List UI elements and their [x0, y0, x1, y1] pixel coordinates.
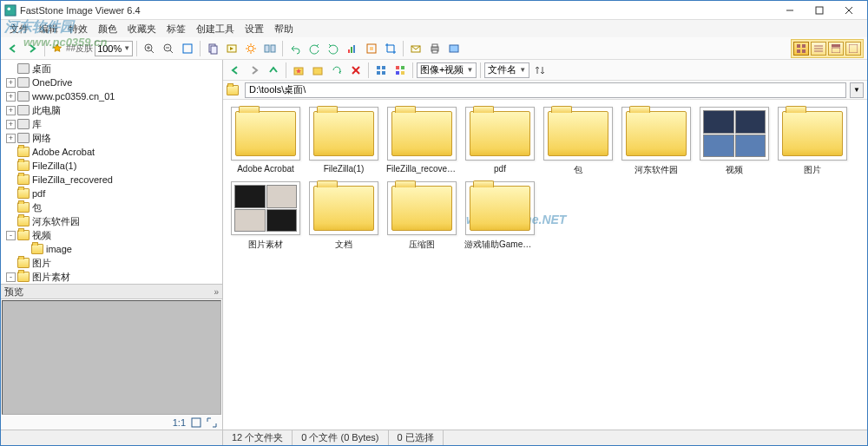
menu-0[interactable]: 文件	[4, 21, 34, 37]
tree-node[interactable]: pdf	[3, 187, 220, 200]
view-list-button[interactable]	[811, 42, 826, 56]
thumb-item[interactable]: 河东软件园	[621, 107, 692, 176]
email-button[interactable]	[407, 40, 424, 57]
favorites-button[interactable]	[49, 40, 66, 57]
tree-node[interactable]: FileZilla(1)	[3, 159, 220, 173]
expander-icon[interactable]: +	[6, 106, 16, 115]
settings-button[interactable]	[242, 40, 260, 57]
compare-button[interactable]	[261, 40, 279, 57]
nav-up-button[interactable]	[265, 62, 282, 79]
select-all-button[interactable]	[372, 62, 390, 79]
sort-dir-button[interactable]	[531, 62, 549, 79]
crop-button[interactable]	[382, 40, 399, 57]
menu-5[interactable]: 标签	[161, 21, 191, 37]
tree-node[interactable]: FileZilla_recovered	[3, 173, 220, 187]
menu-6[interactable]: 创建工具	[191, 21, 240, 37]
menu-8[interactable]: 帮助	[269, 21, 299, 37]
fit-button[interactable]	[179, 40, 196, 57]
expander-icon[interactable]: +	[6, 134, 16, 143]
thumb-item[interactable]: 图片素材	[230, 181, 301, 251]
histogram-button[interactable]	[344, 40, 361, 57]
thumb-item[interactable]: 压缩图	[386, 181, 457, 251]
print-button[interactable]	[426, 40, 444, 57]
view-full-button[interactable]	[845, 42, 861, 56]
fav-folder-button[interactable]	[290, 62, 307, 79]
thumb-item[interactable]: 图片	[777, 107, 848, 176]
thumb-item[interactable]: 包	[542, 107, 614, 176]
tree-node[interactable]: 桌面	[3, 62, 220, 75]
view-thumb-button[interactable]	[793, 42, 809, 56]
sub-toolbar: 图像+视频▼ 文件名▼	[223, 60, 867, 81]
back-button[interactable]	[4, 40, 22, 57]
main-toolbar: ##皮肤 100%▼	[1, 37, 867, 60]
preview-header[interactable]: 预览»	[1, 284, 222, 299]
path-dropdown-button[interactable]: ▼	[850, 82, 864, 98]
scan-button[interactable]	[445, 40, 463, 57]
thumb-label: 河东软件园	[621, 164, 692, 176]
statusbar: 12 个文件夹 0 个文件 (0 Bytes) 0 已选择	[1, 430, 867, 445]
zoom-out-button[interactable]	[160, 40, 177, 57]
thumb-item[interactable]: 文档	[308, 181, 379, 251]
delete-button[interactable]	[347, 62, 365, 79]
undo-button[interactable]	[286, 40, 304, 57]
sort-combo[interactable]: 文件名▼	[484, 62, 529, 78]
folder-tree[interactable]: 桌面+OneDrive+www.pc0359.cn_01+此电脑+库+网络Ado…	[1, 60, 222, 284]
tree-node[interactable]: 图片	[3, 256, 220, 270]
expander-icon[interactable]: -	[6, 231, 16, 240]
maximize-button[interactable]	[805, 2, 834, 19]
svg-rect-31	[797, 49, 800, 53]
filter-combo[interactable]: 图像+视频▼	[417, 62, 477, 78]
menu-4[interactable]: 收藏夹	[122, 21, 161, 37]
tree-node[interactable]: +库	[3, 117, 220, 131]
tree-node[interactable]: Adobe Acrobat	[3, 145, 220, 159]
expander-icon[interactable]: +	[6, 92, 16, 102]
tree-node[interactable]: +网络	[3, 131, 220, 145]
status-folders: 12 个文件夹	[223, 430, 293, 445]
minimize-button[interactable]	[775, 2, 805, 19]
menu-1[interactable]: 编辑	[34, 21, 63, 37]
tree-node[interactable]: 河东软件园	[3, 214, 220, 228]
tag-button[interactable]	[391, 62, 409, 79]
rotate-right-button[interactable]	[325, 40, 342, 57]
thumb-item[interactable]: pdf	[464, 107, 536, 176]
fit-icon[interactable]	[191, 417, 201, 428]
tree-node[interactable]: -视频	[3, 228, 220, 242]
expander-icon[interactable]: -	[6, 272, 16, 282]
thumb-item[interactable]: 游戏辅助GameOfM...	[464, 181, 536, 251]
zoom-in-button[interactable]	[141, 40, 158, 57]
forward-button[interactable]	[23, 40, 41, 57]
nav-forward-button[interactable]	[246, 62, 263, 79]
zoom-combo[interactable]: 100%▼	[95, 41, 133, 56]
tree-node[interactable]: +OneDrive	[3, 75, 220, 89]
thumb-item[interactable]: 视频	[699, 107, 770, 176]
svg-rect-46	[377, 71, 380, 75]
thumb-item[interactable]: FileZilla(1)	[308, 107, 379, 176]
thumb-item[interactable]: Adobe Acrobat	[230, 107, 301, 176]
resize-button[interactable]	[363, 40, 380, 57]
tree-node[interactable]: -图片素材	[3, 270, 220, 284]
slideshow-button[interactable]	[223, 40, 240, 57]
thumbnail-grid[interactable]: www.nHome.NET Adobe AcrobatFileZilla(1)F…	[223, 100, 867, 430]
tree-label: image	[46, 244, 72, 254]
menu-7[interactable]: 设置	[240, 21, 269, 37]
path-input[interactable]: D:\tools\桌面\	[245, 82, 846, 98]
menu-2[interactable]: 特效	[63, 21, 93, 37]
rotate-left-button[interactable]	[306, 40, 323, 57]
copy-button[interactable]	[204, 40, 221, 57]
view-detail-button[interactable]	[828, 42, 844, 56]
thumb-item[interactable]: FileZilla_recovered	[386, 107, 457, 176]
menu-3[interactable]: 颜色	[93, 21, 122, 37]
tree-node[interactable]: 包	[3, 200, 220, 214]
tree-node[interactable]: +此电脑	[3, 103, 220, 117]
refresh-button[interactable]	[328, 62, 345, 79]
tree-node[interactable]: image	[3, 242, 220, 256]
svg-point-17	[248, 46, 253, 51]
close-button[interactable]	[834, 2, 864, 19]
nav-back-button[interactable]	[227, 62, 244, 79]
expander-icon[interactable]: +	[6, 120, 16, 129]
svg-rect-30	[802, 44, 806, 48]
expander-icon[interactable]: +	[6, 78, 16, 88]
expand-icon[interactable]	[207, 417, 217, 428]
tree-node[interactable]: +www.pc0359.cn_01	[3, 89, 220, 103]
new-folder-button[interactable]	[309, 62, 326, 79]
